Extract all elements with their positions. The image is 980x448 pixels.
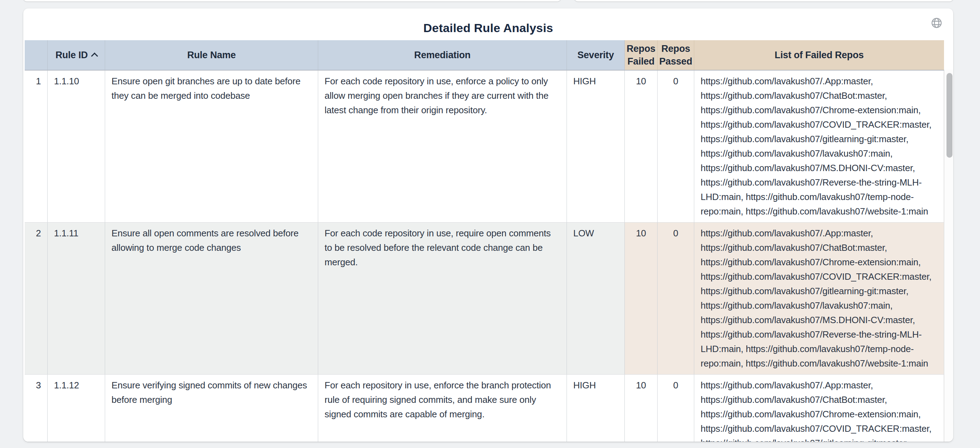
cell-row-number: 3 xyxy=(25,375,48,442)
cell-repos-failed: 10 xyxy=(625,222,657,374)
cell-row-number: 1 xyxy=(25,71,48,222)
cell-severity: HIGH xyxy=(567,71,625,222)
card-above-left-bottom-edge xyxy=(23,0,561,2)
cell-remediation: For each repository in use, enforce the … xyxy=(318,375,567,442)
cell-rule-id: 1.1.11 xyxy=(48,222,105,374)
column-header-failed-repos-list[interactable]: List of Failed Repos xyxy=(694,40,944,70)
cell-repos-passed: 0 xyxy=(657,375,694,442)
cell-failed-repos-list: https://github.com/lavakush07/.App:maste… xyxy=(694,71,944,222)
cell-repos-passed: 0 xyxy=(657,222,694,374)
table-scrollbar-thumb[interactable] xyxy=(947,73,953,158)
card-above-right-bottom-edge xyxy=(574,0,953,2)
table-row: 1 1.1.10 Ensure open git branches are up… xyxy=(25,71,944,222)
column-header-rule-id[interactable]: Rule ID xyxy=(48,40,105,70)
cell-failed-repos-list: https://github.com/lavakush07/.App:maste… xyxy=(694,375,944,442)
column-header-severity[interactable]: Severity xyxy=(567,40,625,70)
table-row: 3 1.1.12 Ensure verifying signed commits… xyxy=(25,374,944,442)
column-header-repos-passed[interactable]: Repos Passed xyxy=(657,40,694,70)
cell-rule-name: Ensure all open comments are resolved be… xyxy=(105,222,318,374)
column-header-rule-name[interactable]: Rule Name xyxy=(105,40,318,70)
cell-rule-id: 1.1.12 xyxy=(48,375,105,442)
column-header-row-number xyxy=(25,40,48,70)
cell-severity: HIGH xyxy=(567,375,625,442)
cell-rule-name: Ensure verifying signed commits of new c… xyxy=(105,375,318,442)
page-title: Detailed Rule Analysis xyxy=(23,21,953,35)
cell-rule-id: 1.1.10 xyxy=(48,71,105,222)
rule-analysis-table: Rule ID Rule Name Remediation Severity R… xyxy=(25,40,944,442)
sort-ascending-icon xyxy=(91,52,98,60)
cell-failed-repos-list: https://github.com/lavakush07/.App:maste… xyxy=(694,222,944,374)
column-header-remediation[interactable]: Remediation xyxy=(318,40,567,70)
column-header-rule-id-label: Rule ID xyxy=(56,49,88,61)
column-header-repos-failed[interactable]: Repos Failed xyxy=(625,40,657,70)
cell-severity: LOW xyxy=(567,222,625,374)
globe-icon[interactable] xyxy=(931,17,943,29)
cell-rule-name: Ensure open git branches are up to date … xyxy=(105,71,318,222)
cell-repos-failed: 10 xyxy=(625,375,657,442)
table-row: 2 1.1.11 Ensure all open comments are re… xyxy=(25,222,944,374)
table-body: 1 1.1.10 Ensure open git branches are up… xyxy=(25,71,944,442)
detailed-rule-analysis-card: Detailed Rule Analysis Rule ID Rule Name… xyxy=(23,8,953,442)
table-header-row: Rule ID Rule Name Remediation Severity R… xyxy=(25,40,944,71)
cell-remediation: For each code repository in use, enforce… xyxy=(318,71,567,222)
cell-repos-failed: 10 xyxy=(625,71,657,222)
table-scrollbar-track[interactable] xyxy=(944,70,953,442)
cell-remediation: For each code repository in use, require… xyxy=(318,222,567,374)
cell-row-number: 2 xyxy=(25,222,48,374)
cell-repos-passed: 0 xyxy=(657,71,694,222)
